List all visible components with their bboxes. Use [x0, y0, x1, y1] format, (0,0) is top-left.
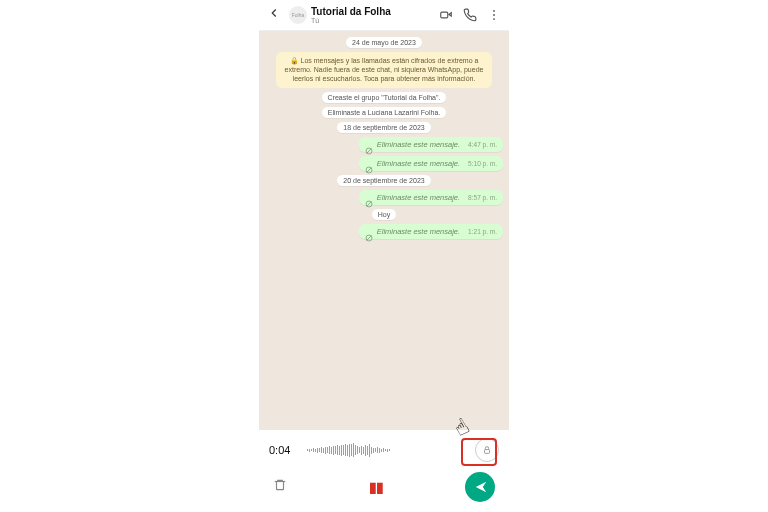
deleted-message[interactable]: Eliminaste este mensaje. 4:47 p. m.	[359, 137, 503, 152]
message-time: 4:47 p. m.	[468, 141, 497, 148]
deleted-message[interactable]: Eliminaste este mensaje. 5:10 p. m.	[359, 156, 503, 171]
deleted-label: Eliminaste este mensaje.	[377, 140, 460, 149]
messages-area[interactable]: 24 de mayo de 2023 🔒 Los mensajes y las …	[259, 31, 509, 430]
deleted-label: Eliminaste este mensaje.	[377, 159, 460, 168]
deleted-label: Eliminaste este mensaje.	[377, 193, 460, 202]
svg-rect-12	[485, 450, 490, 454]
recording-lock-button[interactable]	[475, 438, 499, 462]
message-time: 1:21 p. m.	[468, 228, 497, 235]
prohibited-icon	[365, 160, 373, 168]
chat-title-area[interactable]: Tutorial da Folha Tú	[311, 7, 439, 24]
pause-recording-button[interactable]: ▮▮	[369, 479, 383, 495]
date-separator: Hoy	[372, 209, 396, 220]
svg-point-3	[493, 18, 495, 20]
svg-point-1	[493, 10, 495, 12]
svg-line-11	[366, 235, 371, 240]
chat-header: Folha Tutorial da Folha Tú	[259, 0, 509, 31]
prohibited-icon	[365, 141, 373, 149]
chat-screen: Folha Tutorial da Folha Tú 24 de mayo de…	[259, 0, 509, 512]
voice-call-icon[interactable]	[463, 8, 477, 22]
deleted-message[interactable]: Eliminaste este mensaje. 8:57 p. m.	[359, 190, 503, 205]
date-separator: 24 de mayo de 2023	[346, 37, 422, 48]
svg-point-2	[493, 14, 495, 16]
prohibited-icon	[365, 194, 373, 202]
svg-rect-0	[441, 12, 448, 18]
chat-title: Tutorial da Folha	[311, 7, 439, 17]
back-button[interactable]	[263, 4, 285, 26]
system-message: Eliminaste a Luciana Lazarini Folha.	[322, 107, 446, 118]
chat-subtitle: Tú	[311, 17, 439, 24]
send-recording-button[interactable]	[465, 472, 495, 502]
svg-line-7	[366, 167, 371, 172]
date-separator: 20 de septiembre de 2023	[337, 175, 430, 186]
more-options-icon[interactable]	[487, 8, 501, 22]
encryption-notice[interactable]: 🔒 Los mensajes y las llamadas están cifr…	[276, 52, 492, 88]
message-time: 5:10 p. m.	[468, 160, 497, 167]
deleted-message[interactable]: Eliminaste este mensaje. 1:21 p. m.	[359, 224, 503, 239]
video-call-icon[interactable]	[439, 8, 453, 22]
svg-line-9	[366, 201, 371, 206]
svg-rect-13	[277, 482, 284, 490]
message-time: 8:57 p. m.	[468, 194, 497, 201]
deleted-label: Eliminaste este mensaje.	[377, 227, 460, 236]
prohibited-icon	[365, 228, 373, 236]
voice-recorder-panel: 0:04 ☜ ▮▮	[259, 430, 509, 512]
date-separator: 18 de septiembre de 2023	[337, 122, 430, 133]
system-message: Creaste el grupo "Tutorial da Folha".	[322, 92, 447, 103]
discard-recording-button[interactable]	[273, 478, 287, 496]
svg-line-5	[366, 148, 371, 153]
chat-avatar[interactable]: Folha	[289, 6, 307, 24]
audio-waveform[interactable]	[307, 441, 467, 459]
recording-timer: 0:04	[269, 444, 299, 456]
